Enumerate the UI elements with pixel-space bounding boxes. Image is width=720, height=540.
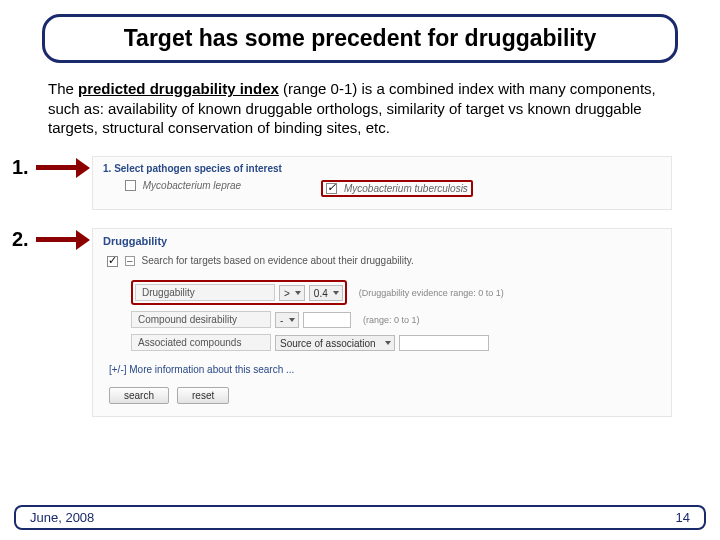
species-tb[interactable]: Mycobacterium tuberculosis [326,183,468,195]
panel-select-species: 1. Select pathogen species of interest M… [92,156,672,211]
associated-label: Associated compounds [131,334,271,351]
more-info-toggle[interactable]: [+/-] More information about this search… [103,354,661,387]
reset-button[interactable]: reset [177,387,229,404]
panel1-heading: 1. Select pathogen species of interest [101,161,663,180]
panel2-title: Druggability [103,235,661,255]
panel1-heading-text: Select pathogen species of interest [114,163,282,174]
step-2-number: 2. [12,228,36,251]
associated-value-input[interactable] [399,335,489,351]
panel1-heading-num: 1. [103,163,111,174]
panel2-enable-label: Search for targets based on evidence abo… [142,255,414,266]
druggability-value-select[interactable]: 0.4 [309,285,343,301]
desirability-label: Compound desirability [131,311,271,328]
desirability-op-select[interactable]: - [275,312,299,328]
collapse-icon[interactable]: – [125,256,135,266]
species-leprae[interactable]: Mycobacterium leprae [125,180,241,198]
checkbox-checked-icon[interactable] [326,183,337,194]
associated-source-select[interactable]: Source of association [275,335,395,351]
footer-page: 14 [676,510,690,525]
step-1-number: 1. [12,156,36,179]
row-druggability: Druggability > 0.4 (Druggability evidenc… [103,277,661,308]
checkbox-checked-icon[interactable] [107,256,118,267]
search-button[interactable]: search [109,387,169,404]
highlight-species-tb: Mycobacterium tuberculosis [321,180,473,198]
highlight-druggability-row: Druggability > 0.4 [131,280,347,305]
druggability-hint: (Druggability evidence range: 0 to 1) [359,288,504,298]
slide-title: Target has some precedent for druggabili… [42,14,678,63]
panel2-enable-row[interactable]: – Search for targets based on evidence a… [103,255,661,277]
arrow-icon [36,158,92,178]
intro-underlined: predicted druggability index [78,80,279,97]
intro-lead: The [48,80,78,97]
footer-date: June, 2008 [30,510,94,525]
druggability-label: Druggability [135,284,275,301]
panel-druggability: Druggability – Search for targets based … [92,228,672,417]
checkbox-icon[interactable] [125,180,136,191]
species-leprae-label: Mycobacterium leprae [143,180,241,191]
step-2-row: 2. Druggability – Search for targets bas… [0,228,720,417]
footer-bar: June, 2008 14 [14,505,706,530]
species-tb-label: Mycobacterium tuberculosis [344,183,468,194]
row-associated: Associated compounds Source of associati… [103,331,661,354]
row-desirability: Compound desirability - (range: 0 to 1) [103,308,661,331]
desirability-hint: (range: 0 to 1) [363,315,420,325]
arrow-icon [36,230,92,250]
desirability-value-input[interactable] [303,312,351,328]
intro-paragraph: The predicted druggability index (range … [48,79,672,138]
druggability-op-select[interactable]: > [279,285,305,301]
step-1-row: 1. 1. Select pathogen species of interes… [0,156,720,211]
